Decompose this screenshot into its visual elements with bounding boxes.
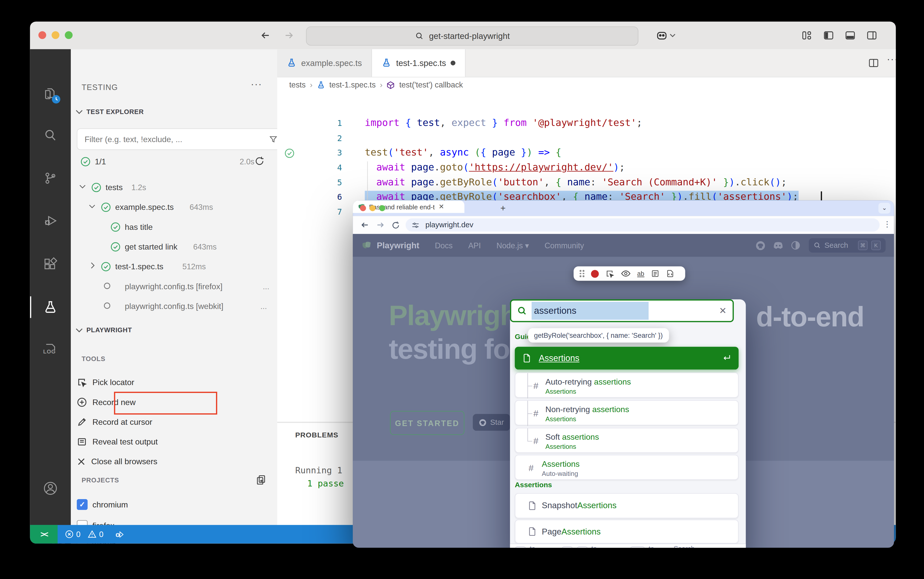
theme-toggle-icon[interactable]: [791, 240, 800, 250]
command-center-search[interactable]: [306, 26, 638, 46]
get-started-button[interactable]: GET STARTED: [390, 411, 464, 435]
copy-settings-icon[interactable]: [256, 474, 267, 485]
assert-snapshot-icon[interactable]: [651, 269, 659, 278]
tab-test-1-spec[interactable]: test-1.spec.ts: [372, 49, 466, 77]
docsearch-input-box[interactable]: assertions ✕: [510, 299, 734, 322]
warnings-status[interactable]: 0: [88, 530, 103, 539]
remote-indicator[interactable]: ><: [30, 525, 58, 544]
test-tree-row[interactable]: playwright.config.ts [webkit] ...: [71, 297, 277, 315]
search-query-selected-text[interactable]: assertions: [532, 302, 648, 320]
panel-tab-problems[interactable]: PROBLEMS: [295, 431, 339, 439]
result-item[interactable]: # Auto-retrying assertions Assertions: [515, 373, 739, 398]
browser-forward-icon[interactable]: [376, 220, 385, 230]
result-item[interactable]: # Non-retrying assertions Assertions: [515, 400, 739, 425]
drag-handle-icon[interactable]: [580, 270, 584, 277]
explorer-timeline-icon[interactable]: [40, 83, 61, 104]
code-line[interactable]: 1 import { test, expect } from '@playwri…: [277, 116, 896, 131]
test-tree-row[interactable]: has title: [71, 218, 277, 236]
test-tree-row[interactable]: get started link 643ms: [71, 238, 277, 256]
accounts-icon[interactable]: [40, 478, 61, 499]
maximize-traffic-light[interactable]: [65, 31, 73, 39]
chevron-down-icon[interactable]: [670, 33, 676, 38]
close-traffic-light[interactable]: [38, 31, 46, 39]
code-line[interactable]: 4 await page.goto('https://playwright.de…: [277, 161, 896, 176]
recorder-toolbar[interactable]: ab: [574, 266, 685, 281]
code-line[interactable]: 2: [277, 131, 896, 146]
code-line[interactable]: 5 await page.getByRole('button', { name:…: [277, 176, 896, 191]
github-icon[interactable]: [756, 240, 765, 250]
result-selected[interactable]: Assertions: [515, 347, 739, 370]
refresh-tests-icon[interactable]: [254, 156, 265, 166]
copilot-icon[interactable]: [655, 29, 668, 42]
test-filter-input[interactable]: [83, 134, 264, 144]
result-item[interactable]: SnapshotAssertions: [515, 493, 739, 518]
url-input[interactable]: [424, 220, 787, 230]
chevron-down-icon[interactable]: [75, 328, 83, 333]
result-item[interactable]: # Assertions Auto-waiting: [515, 455, 739, 480]
record-at-cursor-button[interactable]: Record at cursor: [77, 413, 257, 430]
pick-locator-icon[interactable]: [605, 269, 615, 278]
run-debug-icon[interactable]: [40, 210, 61, 231]
reveal-test-output-button[interactable]: Reveal test output: [77, 433, 257, 451]
tab-close-icon[interactable]: ✕: [438, 203, 444, 211]
test-tree-row[interactable]: tests 1.2s: [71, 178, 277, 196]
filter-funnel-icon[interactable]: [269, 135, 278, 144]
breadcrumb-file[interactable]: test-1.spec.ts: [329, 80, 376, 90]
browser-active-tab[interactable]: Fast and reliable end-to-end ✕: [353, 200, 464, 213]
close-traffic-light[interactable]: [360, 205, 366, 211]
unsaved-dot-icon[interactable]: [451, 61, 456, 65]
assert-visibility-eye-icon[interactable]: [621, 270, 631, 277]
nav-item-api[interactable]: API: [468, 241, 481, 250]
tab-search-chevron-icon[interactable]: ⌄: [878, 203, 890, 214]
browser-back-icon[interactable]: [360, 220, 370, 230]
algolia-attribution[interactable]: Search by algolia: [674, 545, 741, 548]
minimize-traffic-light[interactable]: [370, 205, 376, 211]
test-summary-row[interactable]: 1/1 2.0s: [71, 152, 277, 170]
result-item[interactable]: # Soft assertions Assertions: [515, 428, 739, 453]
output-log-icon[interactable]: LOG: [40, 339, 61, 361]
command-center-input[interactable]: [428, 31, 529, 41]
checkbox-checked-icon[interactable]: ✓: [77, 499, 88, 510]
nav-brand[interactable]: Playwright: [377, 240, 419, 250]
breadcrumb-symbol[interactable]: test('test') callback: [399, 80, 463, 90]
customize-layout-icon[interactable]: [801, 30, 813, 41]
test-explorer-header[interactable]: TEST EXPLORER: [87, 108, 144, 115]
site-search-button[interactable]: Search ⌘ K: [809, 238, 886, 253]
new-tab-icon[interactable]: +: [500, 203, 506, 213]
result-item[interactable]: PageAssertions: [515, 520, 739, 544]
minimize-traffic-light[interactable]: [52, 31, 59, 39]
gutter-pass-check-icon[interactable]: [285, 149, 294, 159]
nav-item-docs[interactable]: Docs: [435, 241, 453, 250]
nav-item-community[interactable]: Community: [545, 241, 584, 250]
view-source-icon[interactable]: [666, 269, 674, 278]
tab-example-spec[interactable]: example.spec.ts: [277, 49, 372, 77]
test-tree-row[interactable]: test-1.spec.ts 512ms: [71, 257, 277, 275]
browser-menu-icon[interactable]: ⋮: [883, 219, 891, 229]
test-filter-box[interactable]: [77, 128, 285, 150]
github-star-button[interactable]: Star: [473, 414, 510, 430]
chevron-down-icon[interactable]: [75, 109, 83, 114]
toggle-panel-icon[interactable]: [845, 30, 856, 41]
clear-query-icon[interactable]: ✕: [719, 306, 727, 316]
pick-locator-button[interactable]: Pick locator: [77, 373, 257, 391]
toggle-primary-sidebar-icon[interactable]: [823, 30, 834, 41]
site-settings-icon[interactable]: [412, 221, 420, 229]
extensions-icon[interactable]: [40, 253, 61, 275]
test-tree-row[interactable]: example.spec.ts 643ms: [71, 198, 277, 216]
search-icon[interactable]: [40, 125, 61, 146]
breadcrumb-folder[interactable]: tests: [289, 80, 306, 90]
nav-item-node[interactable]: Node.js ▾: [496, 241, 529, 250]
editor-actions-more-icon[interactable]: ···: [887, 54, 896, 65]
toggle-secondary-sidebar-icon[interactable]: [866, 30, 877, 41]
split-editor-icon[interactable]: [868, 58, 879, 69]
testing-flask-icon[interactable]: [40, 296, 61, 318]
project-checkbox-chromium[interactable]: ✓ chromium: [77, 497, 128, 512]
discord-icon[interactable]: [773, 241, 783, 250]
forward-arrow-icon[interactable]: [283, 29, 295, 41]
browser-reload-icon[interactable]: [391, 221, 400, 230]
playwright-section-header[interactable]: PLAYWRIGHT: [87, 326, 132, 334]
source-control-icon[interactable]: [40, 167, 61, 189]
address-bar[interactable]: [406, 218, 880, 232]
assert-text-icon[interactable]: ab: [637, 270, 644, 277]
record-button[interactable]: [591, 270, 599, 278]
